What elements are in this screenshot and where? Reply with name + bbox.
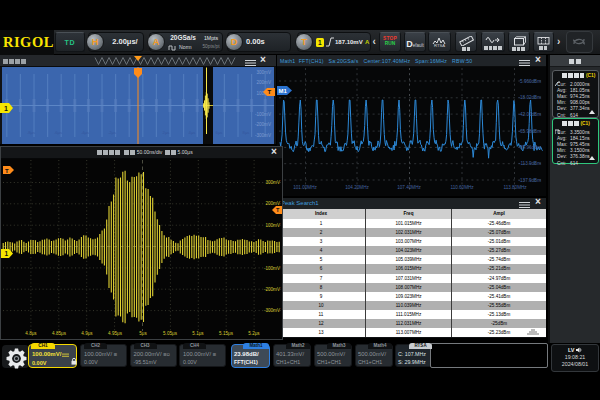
svg-text:1: 1 (5, 250, 9, 257)
svg-text:T: T (5, 168, 9, 174)
svg-text:1: 1 (4, 105, 8, 112)
svg-text:T: T (268, 89, 272, 95)
svg-text:M1: M1 (279, 88, 288, 94)
